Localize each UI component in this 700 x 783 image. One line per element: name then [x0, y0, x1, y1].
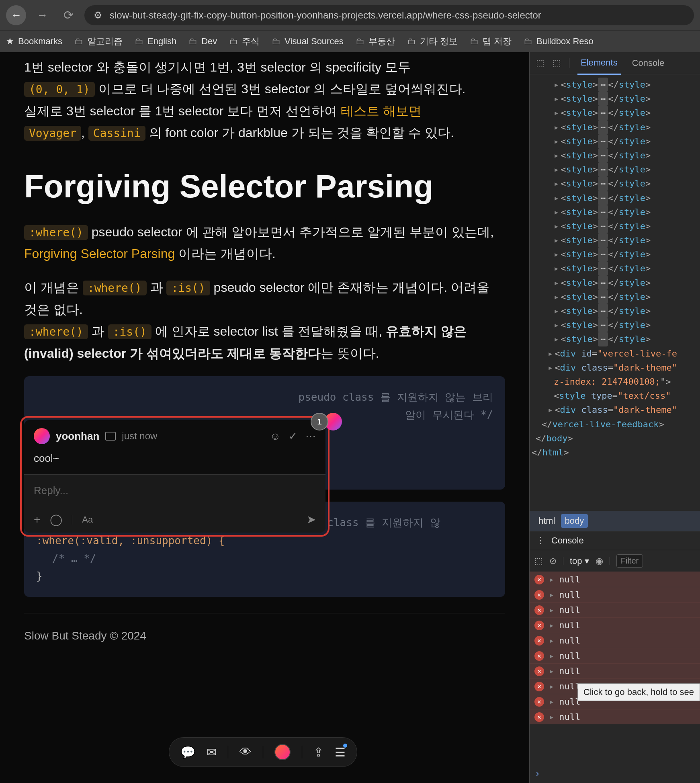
- site-settings-icon[interactable]: ⚙: [92, 10, 104, 21]
- console-prompt[interactable]: ›: [530, 765, 700, 783]
- code-inline: (0, 0, 1): [24, 82, 95, 97]
- error-icon: ✕: [534, 697, 544, 707]
- article-paragraph: 1번 selector 와 충돌이 생기시면 1번, 3번 selector 의…: [24, 56, 505, 144]
- error-icon: ✕: [534, 590, 544, 600]
- error-icon: ✕: [534, 636, 544, 646]
- bookmark-folder[interactable]: 🗀Dev: [188, 35, 217, 47]
- reload-button[interactable]: ⟳: [58, 5, 78, 25]
- context-selector[interactable]: top ▾: [570, 556, 589, 566]
- avatar: [34, 428, 50, 444]
- folder-icon: 🗀: [470, 36, 479, 47]
- error-icon: ✕: [534, 575, 544, 584]
- folder-icon: 🗀: [356, 36, 364, 47]
- folder-icon: 🗀: [135, 36, 143, 47]
- heading-forgiving: Forgiving Selector Parsing: [24, 168, 505, 205]
- error-icon: ✕: [534, 666, 544, 676]
- comment-body: cool~: [24, 452, 325, 474]
- console-menu-icon[interactable]: ⋮: [536, 535, 545, 546]
- folder-icon: 🗀: [272, 36, 280, 47]
- console-tab-label[interactable]: Console: [551, 535, 584, 546]
- send-icon[interactable]: ➤: [307, 513, 316, 526]
- comment-count-badge: 1: [311, 413, 328, 430]
- text-format-icon[interactable]: Aa: [82, 514, 93, 525]
- back-button[interactable]: ←: [6, 5, 26, 25]
- comment-icon[interactable]: 💬: [180, 745, 195, 759]
- forward-button[interactable]: →: [32, 5, 52, 25]
- clear-console-icon[interactable]: ⊘: [549, 556, 557, 566]
- monitor-icon: [105, 432, 116, 441]
- back-button-tooltip: Click to go back, hold to see: [577, 683, 700, 701]
- article-paragraph: :where() pseudo selector 에 관해 알아보면서 추가적으…: [24, 221, 505, 265]
- error-icon: ✕: [534, 712, 544, 722]
- console-error-line[interactable]: ✕▸null: [530, 572, 700, 587]
- bookmark-folder[interactable]: 🗀탭 저장: [470, 35, 512, 47]
- tab-console[interactable]: Console: [629, 52, 668, 74]
- breadcrumb-html[interactable]: html: [534, 514, 559, 528]
- filter-input[interactable]: Filter: [616, 554, 643, 568]
- devtools-panel: ⬚ ⬚ Elements Console <style>⋯</style><st…: [529, 52, 700, 783]
- inbox-icon[interactable]: ✉: [207, 745, 217, 759]
- console-error-line[interactable]: ✕▸null: [530, 709, 700, 724]
- folder-icon: 🗀: [524, 36, 532, 47]
- error-icon: ✕: [534, 651, 544, 661]
- bookmark-folder[interactable]: 🗀알고리즘: [74, 35, 123, 47]
- avatar[interactable]: [274, 744, 291, 760]
- add-icon[interactable]: +: [34, 513, 40, 526]
- device-icon[interactable]: ⬚: [553, 58, 561, 68]
- elements-tree[interactable]: <style>⋯</style><style>⋯</style><style>⋯…: [530, 74, 700, 511]
- bookmark-folder[interactable]: 🗀English: [135, 35, 176, 47]
- reply-input[interactable]: Reply...: [24, 474, 325, 506]
- page-content: 1번 selector 와 충돌이 생기시면 1번, 3번 selector 의…: [0, 52, 529, 783]
- console-error-line[interactable]: ✕▸null: [530, 602, 700, 617]
- comment-timestamp: just now: [122, 430, 157, 442]
- folder-icon: 🗀: [407, 36, 416, 47]
- bookmarks-bar: ★ Bookmarks 🗀알고리즘🗀English🗀Dev🗀주식🗀Visual …: [0, 30, 700, 52]
- error-icon: ✕: [534, 682, 544, 691]
- emoji-icon[interactable]: ☺: [270, 430, 280, 443]
- bookmark-folder[interactable]: 🗀Buildbox Reso: [524, 35, 594, 47]
- link[interactable]: Voyager: [24, 126, 81, 141]
- breadcrumb-body[interactable]: body: [561, 514, 588, 528]
- error-icon: ✕: [534, 621, 544, 630]
- console-error-line[interactable]: ✕▸null: [530, 648, 700, 663]
- console-error-line[interactable]: ✕▸null: [530, 617, 700, 633]
- menu-icon[interactable]: ☰: [335, 745, 346, 759]
- comment-username: yoonhan: [56, 430, 99, 443]
- comment-popup: yoonhan just now ☺ ✓ ⋯ cool~ Reply... + …: [20, 416, 330, 537]
- folder-icon: 🗀: [229, 36, 238, 47]
- feedback-toolbar: 💬 ✉ 👁 ⇪ ☰: [169, 737, 357, 767]
- url-text: slow-but-steady-git-fix-copy-button-posi…: [110, 10, 541, 21]
- dom-breadcrumb: html body: [530, 511, 700, 531]
- error-icon: ✕: [534, 605, 544, 615]
- sidebar-toggle-icon[interactable]: ⬚: [534, 556, 543, 566]
- link[interactable]: 테스트 해보면: [341, 104, 422, 118]
- share-icon[interactable]: ⇪: [313, 745, 323, 759]
- folder-icon: 🗀: [74, 36, 83, 47]
- eye-icon[interactable]: ◉: [596, 556, 603, 566]
- folder-icon: 🗀: [188, 36, 197, 47]
- console-error-line[interactable]: ✕▸null: [530, 633, 700, 648]
- article-paragraph: 이 개념은 :where() 과 :is() pseudo selector 에…: [24, 277, 505, 364]
- eye-icon[interactable]: 👁: [239, 745, 252, 759]
- tab-elements[interactable]: Elements: [577, 52, 621, 75]
- resolve-icon[interactable]: ✓: [289, 430, 297, 443]
- link[interactable]: Forgiving Selector Parsing: [24, 246, 175, 261]
- bookmark-folder[interactable]: 🗀기타 정보: [407, 35, 458, 47]
- camera-icon[interactable]: ◯: [50, 513, 62, 526]
- console-error-line[interactable]: ✕▸null: [530, 587, 700, 602]
- console-logs[interactable]: ✕▸null✕▸null✕▸null✕▸null✕▸null✕▸null✕▸nu…: [530, 572, 700, 765]
- footer: Slow But Steady © 2024: [24, 613, 505, 642]
- bookmark-folder[interactable]: 🗀부동산: [356, 35, 395, 47]
- more-icon[interactable]: ⋯: [305, 430, 316, 443]
- inspect-icon[interactable]: ⬚: [536, 58, 544, 68]
- bookmarks-star[interactable]: ★ Bookmarks: [6, 36, 62, 47]
- url-bar[interactable]: ⚙ slow-but-steady-git-fix-copy-button-po…: [84, 5, 694, 25]
- link[interactable]: Cassini: [88, 126, 145, 141]
- star-icon: ★: [6, 36, 14, 47]
- bookmark-folder[interactable]: 🗀Visual Sources: [272, 35, 343, 47]
- console-error-line[interactable]: ✕▸null: [530, 663, 700, 678]
- bookmark-folder[interactable]: 🗀주식: [229, 35, 260, 47]
